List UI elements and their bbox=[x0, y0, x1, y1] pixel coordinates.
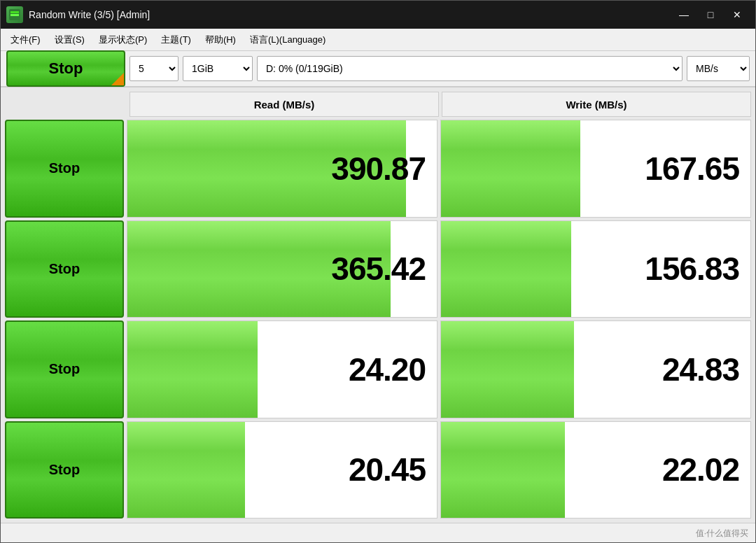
data-rows: Stop 390.87 167.65 Stop 365.42 156.83 St… bbox=[5, 120, 751, 519]
data-row: Stop 20.45 22.02 bbox=[5, 421, 751, 519]
menubar: 文件(F) 设置(S) 显示状态(P) 主题(T) 帮助(H) 语言(L)(La… bbox=[1, 29, 755, 51]
window-controls: — □ ✕ bbox=[671, 3, 750, 26]
main-content: Read (MB/s) Write (MB/s) Stop 390.87 167… bbox=[1, 87, 755, 523]
size-select[interactable]: 1GiB 512MiB 2GiB bbox=[183, 56, 253, 81]
toolbar: Stop 5 1 3 10 1GiB 512MiB 2GiB D: 0% (0/… bbox=[1, 51, 755, 87]
read-cell-0: 390.87 bbox=[127, 120, 438, 218]
write-value-0: 167.65 bbox=[645, 150, 739, 188]
close-button[interactable]: ✕ bbox=[724, 3, 750, 26]
titlebar: Random Write (3/5) [Admin] — □ ✕ bbox=[1, 1, 755, 29]
main-window: Random Write (3/5) [Admin] — □ ✕ 文件(F) 设… bbox=[0, 0, 756, 543]
stop-button-main[interactable]: Stop bbox=[6, 50, 125, 87]
minimize-button[interactable]: — bbox=[671, 3, 696, 26]
stop-button-row-1[interactable]: Stop bbox=[5, 220, 124, 318]
write-cell-0: 167.65 bbox=[440, 120, 751, 218]
write-value-2: 24.83 bbox=[662, 351, 739, 388]
data-row: Stop 24.20 24.83 bbox=[5, 320, 751, 418]
window-title: Random Write (3/5) [Admin] bbox=[29, 9, 671, 20]
menu-help[interactable]: 帮助(H) bbox=[198, 31, 243, 49]
app-icon bbox=[6, 6, 23, 23]
statusbar: 值·什么值得买 bbox=[1, 523, 755, 542]
read-value-2: 24.20 bbox=[349, 351, 426, 388]
read-cell-3: 20.45 bbox=[127, 421, 438, 519]
watermark: 值·什么值得买 bbox=[696, 528, 748, 540]
read-header: Read (MB/s) bbox=[130, 92, 439, 117]
write-value-3: 22.02 bbox=[662, 451, 739, 488]
write-cell-1: 156.83 bbox=[440, 220, 751, 318]
menu-settings[interactable]: 设置(S) bbox=[48, 31, 92, 49]
count-select[interactable]: 5 1 3 10 bbox=[130, 56, 178, 81]
stop-button-row-2[interactable]: Stop bbox=[5, 320, 124, 418]
read-cell-1: 365.42 bbox=[127, 220, 438, 318]
data-row: Stop 365.42 156.83 bbox=[5, 220, 751, 318]
read-value-3: 20.45 bbox=[349, 451, 426, 488]
write-cell-2: 24.83 bbox=[440, 320, 751, 418]
header-row: Read (MB/s) Write (MB/s) bbox=[130, 92, 751, 117]
unit-select[interactable]: MB/s GB/s bbox=[687, 56, 750, 81]
maximize-button[interactable]: □ bbox=[698, 3, 723, 26]
write-header: Write (MB/s) bbox=[442, 92, 751, 117]
drive-select[interactable]: D: 0% (0/119GiB) bbox=[257, 56, 682, 81]
read-value-1: 365.42 bbox=[331, 250, 426, 288]
write-cell-3: 22.02 bbox=[440, 421, 751, 519]
svg-rect-1 bbox=[10, 14, 19, 16]
menu-language[interactable]: 语言(L)(Language) bbox=[243, 31, 332, 49]
write-value-1: 156.83 bbox=[645, 250, 739, 288]
stop-button-row-3[interactable]: Stop bbox=[5, 421, 124, 519]
read-cell-2: 24.20 bbox=[127, 320, 438, 418]
svg-rect-2 bbox=[10, 11, 19, 13]
read-value-0: 390.87 bbox=[331, 150, 426, 188]
menu-display[interactable]: 显示状态(P) bbox=[92, 31, 154, 49]
stop-button-row-0[interactable]: Stop bbox=[5, 120, 124, 218]
data-row: Stop 390.87 167.65 bbox=[5, 120, 751, 218]
menu-theme[interactable]: 主题(T) bbox=[154, 31, 198, 49]
menu-file[interactable]: 文件(F) bbox=[4, 31, 48, 49]
